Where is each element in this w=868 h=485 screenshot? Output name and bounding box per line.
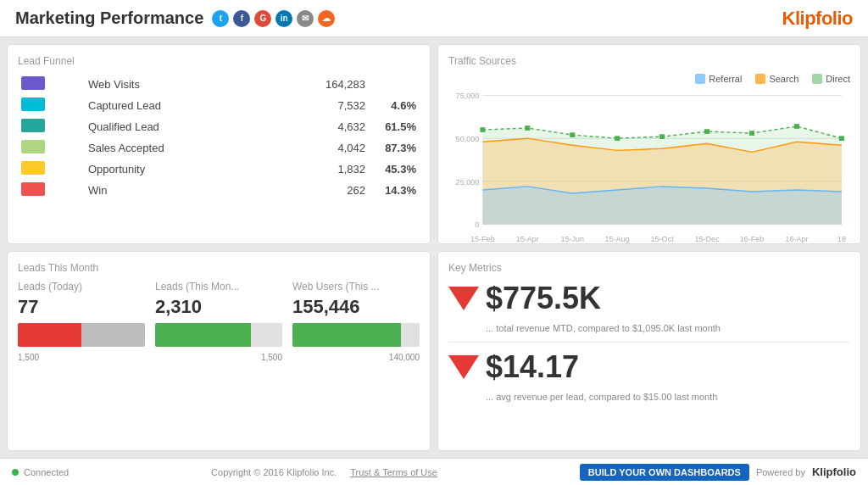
svg-rect-15 xyxy=(794,124,799,129)
svg-text:15-Apr: 15-Apr xyxy=(516,236,539,244)
traffic-legend: Referral Search Direct xyxy=(448,74,850,84)
twitter-icon[interactable]: t xyxy=(212,10,229,27)
funnel-item-value: 262 xyxy=(266,180,369,201)
svg-rect-11 xyxy=(615,136,620,141)
legend-dot xyxy=(812,74,822,84)
linkedin-icon[interactable]: in xyxy=(275,10,292,27)
footer-left: Connected xyxy=(12,467,69,477)
svg-rect-9 xyxy=(525,125,530,131)
legend-dot xyxy=(755,74,765,84)
email-icon[interactable]: ✉ xyxy=(297,10,314,27)
powered-by-label: Powered by xyxy=(756,467,805,477)
lead-metric: Leads (This Mon... 2,310 1,500 xyxy=(155,281,282,440)
rss-icon[interactable]: ☁ xyxy=(318,10,335,27)
funnel-row: Web Visits 164,283 xyxy=(18,74,420,95)
legend-item: Referral xyxy=(695,74,742,84)
legend-label: Referral xyxy=(709,74,742,84)
lead-metric-label: Leads (Today) xyxy=(18,281,145,293)
lead-metric-value: 2,310 xyxy=(155,296,282,318)
klipfolio-logo: Klipfolio xyxy=(782,8,853,30)
footer-center: Copyright © 2016 Klipfolio Inc. Trust & … xyxy=(211,467,437,477)
key-metrics-card: Key Metrics $775.5K ... total revenue MT… xyxy=(437,251,861,451)
svg-text:0: 0 xyxy=(475,221,479,230)
svg-text:15-Jun: 15-Jun xyxy=(560,236,584,244)
metric-value-row: $775.5K xyxy=(448,281,850,316)
leads-title: Leads This Month xyxy=(18,262,420,274)
funnel-item-name: Qualified Lead xyxy=(85,116,266,137)
funnel-item-pct xyxy=(369,74,420,95)
funnel-item-value: 1,832 xyxy=(266,159,369,180)
lead-metric: Leads (Today) 77 1,500 xyxy=(18,281,145,440)
footer: Connected Copyright © 2016 Klipfolio Inc… xyxy=(0,458,868,485)
facebook-icon[interactable]: f xyxy=(233,10,250,27)
leads-this-month-card: Leads This Month Leads (Today) 77 1,500 … xyxy=(7,251,431,451)
header-left: Marketing Performance t f G in ✉ ☁ xyxy=(15,8,335,28)
traffic-chart: 75,00050,00025,000015-Feb15-Apr15-Jun15-… xyxy=(448,87,850,244)
funnel-row: Captured Lead 7,532 4.6% xyxy=(18,95,420,116)
funnel-item-name: Sales Accepted xyxy=(85,137,266,159)
funnel-item-name: Captured Lead xyxy=(85,95,266,116)
lead-metric: Web Users (This ... 155,446 140,000 xyxy=(292,281,420,440)
lead-funnel-title: Lead Funnel xyxy=(18,55,420,67)
down-arrow-icon xyxy=(448,355,479,379)
funnel-item-value: 4,632 xyxy=(266,116,369,137)
funnel-item-pct: 87.3% xyxy=(369,137,420,159)
header: Marketing Performance t f G in ✉ ☁ Klipf… xyxy=(0,0,868,37)
funnel-item-value: 7,532 xyxy=(266,95,369,116)
lead-metric-label: Leads (This Mon... xyxy=(155,281,282,293)
funnel-item-name: Win xyxy=(85,180,266,201)
funnel-row: Win 262 14.3% xyxy=(18,180,420,201)
down-arrow-icon xyxy=(448,287,479,310)
funnel-color-swatch xyxy=(21,76,45,90)
metric-big-value: $775.5K xyxy=(486,281,601,316)
metric-description: ... total revenue MTD, compared to $1,09… xyxy=(448,323,850,333)
lead-metric-label: Web Users (This ... xyxy=(292,281,420,293)
funnel-color-swatch xyxy=(21,182,45,196)
svg-text:50,000: 50,000 xyxy=(456,135,480,143)
page-title: Marketing Performance xyxy=(15,8,203,28)
legend-item: Search xyxy=(755,74,798,84)
lead-funnel-card: Lead Funnel Web Visits 164,283 Captured … xyxy=(7,44,431,244)
funnel-item-pct: 61.5% xyxy=(369,116,420,137)
funnel-item-pct: 4.6% xyxy=(369,95,420,116)
key-metric-row: $14.17 ... avg revenue per lead, compare… xyxy=(448,349,850,402)
funnel-item-name: Web Visits xyxy=(85,74,266,95)
funnel-item-name: Opportunity xyxy=(85,159,266,180)
svg-rect-16 xyxy=(839,136,844,141)
funnel-color-swatch xyxy=(21,140,45,153)
funnel-row: Qualified Lead 4,632 61.5% xyxy=(18,116,420,137)
footer-logo: Klipfolio xyxy=(812,465,856,478)
funnel-item-value: 164,283 xyxy=(266,74,369,95)
svg-text:75,000: 75,000 xyxy=(456,92,480,101)
svg-text:15-Feb: 15-Feb xyxy=(470,236,495,244)
funnel-row: Opportunity 1,832 45.3% xyxy=(18,159,420,180)
traffic-sources-title: Traffic Sources xyxy=(448,55,850,67)
lead-metric-value: 77 xyxy=(18,296,145,318)
funnel-item-pct: 14.3% xyxy=(369,180,420,201)
lead-metric-value: 155,446 xyxy=(292,296,420,318)
terms-link[interactable]: Trust & Terms of Use xyxy=(350,467,437,477)
funnel-row: Sales Accepted 4,042 87.3% xyxy=(18,137,420,159)
google-icon[interactable]: G xyxy=(254,10,271,27)
svg-rect-14 xyxy=(749,131,754,136)
connected-indicator xyxy=(12,469,19,476)
legend-item: Direct xyxy=(812,74,850,84)
connected-label: Connected xyxy=(24,467,69,477)
funnel-table: Web Visits 164,283 Captured Lead 7,532 4… xyxy=(18,74,420,201)
svg-text:18: 18 xyxy=(837,236,846,244)
leads-metrics: Leads (Today) 77 1,500 Leads (This Mon..… xyxy=(18,281,420,440)
metric-big-value: $14.17 xyxy=(486,349,579,385)
traffic-sources-card: Traffic Sources Referral Search Direct 7… xyxy=(437,44,861,244)
main-content: Lead Funnel Web Visits 164,283 Captured … xyxy=(0,37,868,458)
svg-rect-13 xyxy=(704,129,709,134)
svg-rect-12 xyxy=(659,134,665,139)
build-dashboards-button[interactable]: BUILD YOUR OWN DASHBOARDS xyxy=(580,464,749,481)
svg-text:15-Aug: 15-Aug xyxy=(605,236,630,244)
svg-rect-8 xyxy=(480,127,485,132)
svg-rect-10 xyxy=(570,132,575,137)
metric-value-row: $14.17 xyxy=(448,349,850,385)
legend-label: Direct xyxy=(826,74,850,84)
key-metrics-title: Key Metrics xyxy=(448,262,850,274)
footer-right: BUILD YOUR OWN DASHBOARDS Powered by Kli… xyxy=(580,464,856,481)
funnel-color-swatch xyxy=(21,98,45,111)
